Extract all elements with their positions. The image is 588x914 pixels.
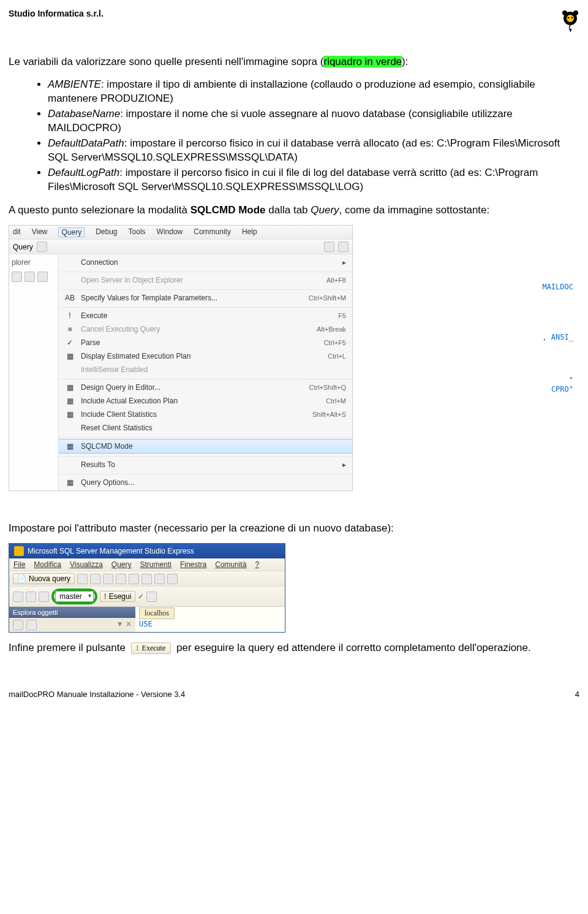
menu-strumenti[interactable]: Strumenti	[140, 560, 172, 569]
menu-item-parse[interactable]: ✓ParseCtrl+F5	[59, 336, 352, 349]
menu-item-label: Include Actual Execution Plan	[81, 397, 320, 405]
editor-pane: localhos USE	[135, 607, 285, 632]
window-title: Microsoft SQL Server Management Studio E…	[28, 547, 194, 555]
toolbar-1: 📄Nuova query	[9, 571, 285, 586]
app-icon	[14, 546, 24, 556]
menu-item-icon: ▦	[65, 383, 75, 392]
menu-tools[interactable]: Tools	[129, 227, 146, 237]
menu-item-icon: !	[65, 311, 75, 321]
toolbar-icon[interactable]	[77, 574, 88, 584]
menu-item-sqlcmd-mode[interactable]: ▦SQLCMD Mode	[59, 439, 352, 454]
menu-comunita[interactable]: Comunità	[215, 560, 246, 569]
pane-icon[interactable]	[24, 272, 35, 282]
menu-item-shortcut: F5	[338, 312, 346, 319]
menu-item-shortcut: Alt+F8	[326, 276, 346, 284]
menu-item-label: Results To	[81, 460, 336, 469]
menu-help[interactable]: ?	[255, 560, 260, 569]
check-icon[interactable]: ✓	[138, 592, 144, 601]
database-combo[interactable]: master	[55, 591, 94, 602]
menu-view[interactable]: View	[32, 227, 48, 237]
list-item: AMBIENTE: impostare il tipo di ambiente …	[48, 78, 579, 106]
svg-point-4	[568, 17, 570, 19]
var-desc: : impostare il percorso fisico in cui il…	[48, 167, 538, 192]
pane-icon[interactable]	[26, 620, 37, 630]
menu-item-design-query-in-editor[interactable]: ▦Design Query in Editor...Ctrl+Shift+Q	[59, 381, 352, 394]
editor-tab[interactable]: localhos	[139, 607, 175, 619]
menu-item-label: SQLCMD Mode	[81, 442, 346, 451]
menu-item-icon	[65, 365, 75, 375]
paragraph-sqlcmd: A questo punto selezionare la modalità S…	[9, 204, 579, 218]
paragraph-master: Impostare poi l'attributo master (necess…	[9, 522, 579, 536]
menu-item-include-client-statistics[interactable]: ▦Include Client StatisticsShift+Alt+S	[59, 408, 352, 421]
screenshot-ssms-express: Microsoft SQL Server Management Studio E…	[9, 543, 285, 633]
toolbar-icon[interactable]	[13, 592, 23, 602]
menu-finestra[interactable]: Finestra	[180, 560, 206, 569]
menu-item-display-estimated-execution-plan[interactable]: ▦Display Estimated Execution PlanCtrl+L	[59, 349, 352, 363]
menu-community[interactable]: Community	[194, 227, 231, 237]
menu-item-label: Display Estimated Execution Plan	[81, 352, 322, 360]
toolbar-icon[interactable]	[167, 574, 178, 584]
p2-italic: Query	[311, 204, 339, 216]
p2-post: , come da immagine sottostante:	[339, 204, 490, 216]
menu-item-intellisense-enabled: IntelliSense Enabled	[59, 363, 352, 376]
toolbar-icon[interactable]	[146, 592, 157, 602]
menu-item-icon	[65, 460, 75, 470]
menu-debug[interactable]: Debug	[96, 227, 117, 237]
menubar-it: File Modifica Visualizza Query Strumenti…	[9, 558, 285, 571]
menu-item-reset-client-statistics[interactable]: Reset Client Statistics	[59, 421, 352, 435]
paragraph-execute: Infine premere il pulsante !Execute per …	[9, 641, 579, 655]
company-name: Studio Informatica s.r.l.	[9, 9, 104, 18]
toolbar-icon[interactable]	[90, 574, 100, 584]
menu-query[interactable]: Query	[111, 560, 132, 569]
toolbar-icon[interactable]	[37, 242, 47, 252]
menu-item-label: IntelliSense Enabled	[81, 365, 346, 374]
query-dropdown-menu: Connection▸Open Server in Object Explore…	[59, 254, 352, 490]
p2-mid: dalla tab	[266, 204, 311, 216]
new-query-label: Nuova query	[29, 574, 70, 583]
menu-item-shortcut: Alt+Break	[317, 326, 346, 333]
toolbar-icon[interactable]	[338, 242, 349, 252]
pane-icon[interactable]	[12, 272, 22, 282]
toolbar-icon[interactable]	[154, 574, 165, 584]
menu-item-open-server-in-object-explorer: Open Server in Object ExplorerAlt+F8	[59, 273, 352, 287]
var-desc: : impostare il tipo di ambiente di insta…	[48, 78, 535, 104]
menu-item-connection[interactable]: Connection▸	[59, 256, 352, 269]
menu-modifica[interactable]: Modifica	[34, 560, 61, 569]
menu-edit[interactable]: dit	[13, 227, 21, 237]
variables-list: AMBIENTE: impostare il tipo di ambiente …	[9, 78, 579, 194]
menu-item-specify-values-for-template-parameters[interactable]: ABSpecify Values for Template Parameters…	[59, 291, 352, 305]
menu-item-label: Open Server in Object Explorer	[81, 276, 320, 284]
menu-window[interactable]: Window	[157, 227, 183, 237]
var-name: DatabaseName	[48, 108, 120, 120]
menu-item-shortcut: Ctrl+M	[326, 397, 346, 405]
tab-label: localhos	[145, 609, 169, 617]
toolbar-query-label: Query	[13, 243, 33, 251]
page-footer: mailDocPRO Manuale Installazione - Versi…	[9, 690, 579, 699]
menu-item-icon	[65, 423, 75, 433]
menu-help[interactable]: Help	[242, 227, 257, 237]
menu-item-icon: ▦	[65, 441, 75, 451]
svg-point-5	[571, 17, 573, 19]
toolbar-icon[interactable]	[39, 592, 49, 602]
menu-item-results-to[interactable]: Results To▸	[59, 458, 352, 471]
menu-item-execute[interactable]: !ExecuteF5	[59, 309, 352, 322]
toolbar-icon[interactable]	[141, 574, 152, 584]
menu-item-query-options[interactable]: ▦Query Options...	[59, 476, 352, 489]
execute-button[interactable]: !Esegui	[100, 591, 136, 602]
toolbar-icon[interactable]	[129, 574, 139, 584]
var-name: DefaultLogPath	[48, 167, 119, 178]
menu-item-icon: ▦	[65, 351, 75, 361]
toolbar-icon[interactable]	[26, 592, 36, 602]
execute-button-inline[interactable]: !Execute	[131, 642, 172, 654]
menu-file[interactable]: File	[13, 560, 25, 569]
var-name: DefaultDataPath	[48, 137, 124, 149]
pane-icon[interactable]	[13, 620, 23, 630]
toolbar-icon[interactable]	[324, 242, 334, 252]
menu-item-include-actual-execution-plan[interactable]: ▦Include Actual Execution PlanCtrl+M	[59, 394, 352, 408]
pane-icon[interactable]	[37, 272, 48, 282]
toolbar-icon[interactable]	[116, 574, 126, 584]
menu-query[interactable]: Query	[58, 227, 85, 237]
menu-visualizza[interactable]: Visualizza	[70, 560, 103, 569]
new-query-button[interactable]: 📄Nuova query	[13, 573, 75, 584]
toolbar-icon[interactable]	[103, 574, 113, 584]
